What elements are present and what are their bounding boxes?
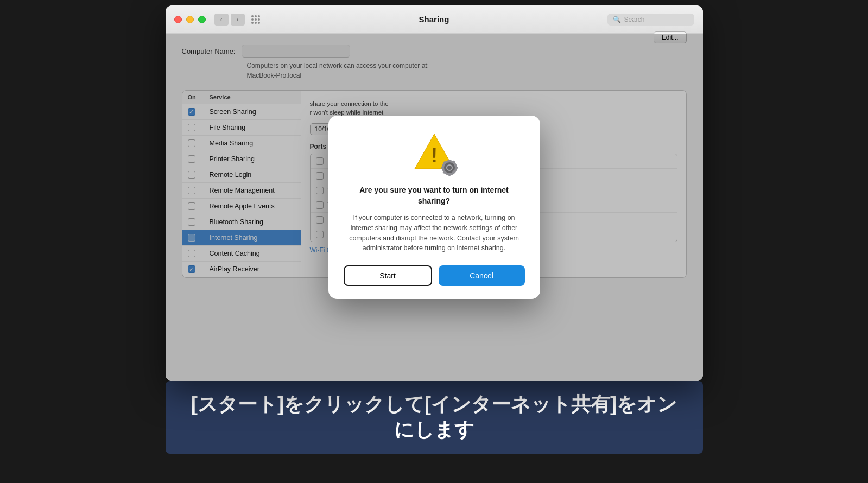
modal-buttons: Start Cancel (344, 265, 525, 286)
cancel-button[interactable]: Cancel (439, 265, 525, 286)
svg-text:!: ! (431, 144, 438, 167)
modal-overlay: ! (166, 34, 703, 381)
nav-buttons: ‹ › (214, 14, 245, 26)
search-icon: 🔍 (613, 16, 621, 23)
forward-button[interactable]: › (231, 14, 245, 26)
back-button[interactable]: ‹ (214, 14, 229, 26)
svg-rect-7 (455, 167, 458, 169)
title-bar: ‹ › Sharing 🔍 Search (166, 5, 703, 34)
modal-icon: ! (413, 132, 456, 175)
search-bar[interactable]: 🔍 Search (607, 14, 694, 26)
svg-point-13 (447, 166, 452, 170)
modal-title: Are you sure you want to turn on interne… (344, 185, 525, 206)
start-button[interactable]: Start (344, 265, 432, 286)
caption-text: [スタート]をクリックして[インターネット共有]をオンにします (182, 392, 687, 443)
search-placeholder: Search (624, 16, 645, 23)
caption-bar: [スタート]をクリックして[インターネット共有]をオンにします (166, 381, 703, 454)
close-button[interactable] (174, 16, 182, 23)
fullscreen-button[interactable] (198, 16, 206, 23)
modal-dialog: ! (328, 116, 540, 299)
gear-icon (441, 159, 458, 176)
svg-rect-4 (448, 160, 451, 162)
svg-rect-5 (448, 173, 451, 176)
minimize-button[interactable] (186, 16, 194, 23)
mac-window: ‹ › Sharing 🔍 Search Computer Name: Edit… (166, 5, 703, 381)
svg-rect-6 (441, 167, 444, 169)
window-content: Computer Name: Edit... Computers on your… (166, 34, 703, 381)
modal-body: If your computer is connected to a netwo… (344, 213, 525, 253)
traffic-lights (174, 16, 206, 23)
window-title: Sharing (419, 15, 449, 24)
grid-icon[interactable] (251, 15, 260, 24)
